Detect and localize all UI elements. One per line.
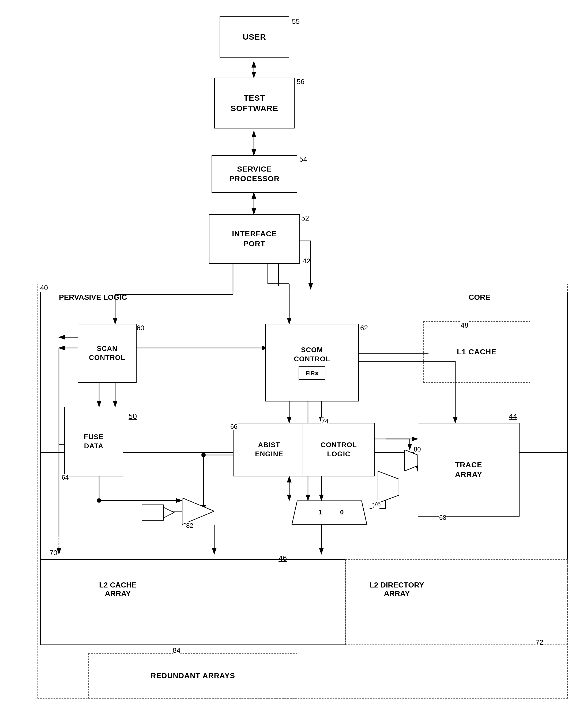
svg-text:1: 1 [319, 509, 322, 516]
fuse-data-label: FUSEDATA [84, 433, 103, 451]
service-processor-box: SERVICEPROCESSOR [211, 155, 297, 193]
ref-70: 70 [50, 549, 57, 557]
ref-76: 76 [374, 500, 381, 508]
interface-port-label: INTERFACEPORT [232, 229, 277, 249]
ref-40: 40 [40, 284, 48, 292]
control-logic-box: CONTROLLOGIC [303, 423, 375, 476]
trace-array-box: TRACEARRAY [418, 423, 519, 517]
scan-control-label: SCANCONTROL [89, 344, 125, 362]
ref-60: 60 [136, 324, 144, 332]
l2-dir-label: L2 DIRECTORYARRAY [370, 581, 424, 598]
ref-55: 55 [292, 18, 300, 26]
svg-text:0: 0 [340, 509, 344, 516]
ref-54: 54 [299, 155, 307, 163]
service-processor-label: SERVICEPROCESSOR [229, 164, 280, 184]
scan-control-box: SCANCONTROL [78, 324, 136, 383]
svg-marker-52 [378, 471, 399, 503]
svg-rect-54 [142, 504, 163, 521]
buffer-82 [142, 504, 182, 521]
scom-control-label: SCOMCONTROL [294, 345, 330, 364]
test-software-label: TESTSOFTWARE [231, 93, 278, 113]
buffer-82-svg [142, 504, 182, 521]
scom-control-box: SCOMCONTROL FIRs [265, 324, 359, 401]
mux-82-svg [182, 498, 214, 525]
test-software-box: TESTSOFTWARE [214, 78, 295, 128]
svg-marker-55 [163, 507, 174, 518]
abist-engine-label: ABISTENGINE [255, 441, 283, 459]
ref-56: 56 [297, 78, 304, 86]
user-box: USER [220, 16, 289, 57]
fuse-data-box: FUSEDATA [64, 407, 123, 476]
l2-dir-boundary [346, 560, 568, 645]
trace-array-label: TRACEARRAY [455, 460, 482, 479]
mux-78: 1 0 [289, 500, 370, 525]
ref-68: 68 [439, 514, 447, 521]
abist-engine-box: ABISTENGINE [233, 423, 305, 476]
ref-48: 48 [461, 321, 468, 330]
core-label: CORE [468, 293, 490, 302]
l1-cache-label: L1 CACHE [457, 347, 497, 357]
redundant-arrays-box: REDUNDANT ARRAYS [88, 653, 297, 699]
ref-64: 64 [61, 474, 69, 481]
user-label: USER [243, 32, 266, 42]
pervasive-logic-label: PERVASIVE LOGIC [59, 293, 127, 302]
ref-50: 50 [129, 412, 137, 421]
svg-marker-49 [292, 500, 367, 525]
ref-72: 72 [536, 638, 543, 647]
mux-76 [378, 471, 399, 503]
firs-box: FIRs [299, 366, 325, 380]
ref-84: 84 [173, 646, 180, 655]
ref-66: 66 [230, 423, 237, 431]
l2-cache-label: L2 CACHEARRAY [99, 581, 136, 598]
mux-76-svg [378, 471, 399, 503]
ref-80: 80 [414, 446, 421, 453]
interface-port-box: INTERFACEPORT [209, 214, 300, 264]
control-logic-label: CONTROLLOGIC [321, 441, 357, 459]
redundant-arrays-label: REDUNDANT ARRAYS [151, 671, 235, 681]
diagram-container: USER 55 TESTSOFTWARE 56 SERVICEPROCESSOR… [0, 0, 583, 728]
l2-cache-boundary [40, 560, 346, 645]
l1-cache-box: L1 CACHE [423, 321, 530, 383]
ref-52: 52 [301, 214, 309, 223]
svg-marker-53 [182, 498, 214, 525]
firs-label: FIRs [306, 370, 318, 376]
ref-82: 82 [186, 522, 193, 529]
ref-42: 42 [303, 257, 310, 265]
ref-62: 62 [360, 324, 368, 332]
mux-82 [182, 498, 214, 525]
ref-74: 74 [321, 418, 329, 425]
mux-78-svg: 1 0 [289, 500, 370, 525]
ref-44: 44 [509, 412, 517, 421]
